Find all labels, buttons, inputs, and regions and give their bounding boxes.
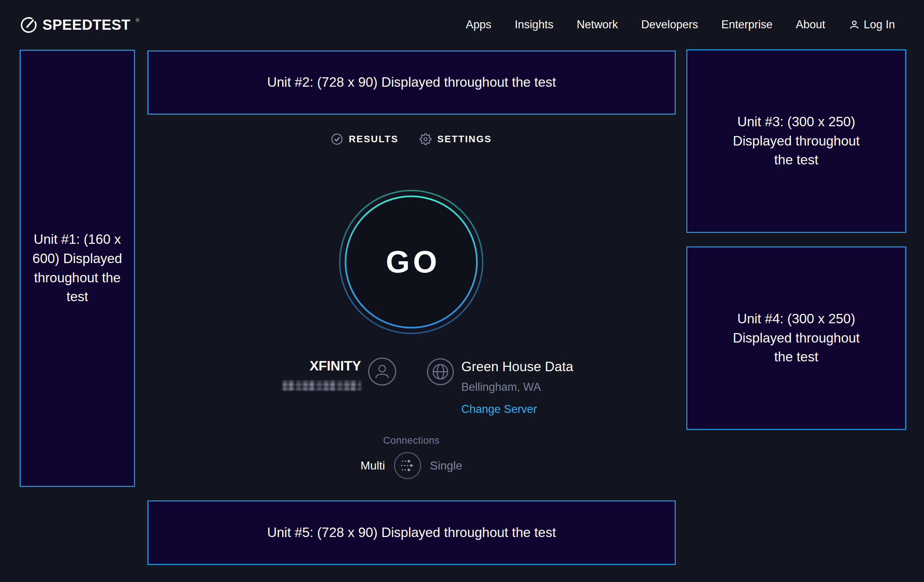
connections-single-option[interactable]: Single xyxy=(430,459,462,472)
connections-multi-option[interactable]: Multi xyxy=(360,459,385,472)
user-icon xyxy=(848,19,860,30)
gear-icon xyxy=(419,133,432,145)
provider-avatar-icon xyxy=(368,357,397,386)
nav-item-about[interactable]: About xyxy=(796,18,825,31)
change-server-link[interactable]: Change Server xyxy=(461,403,573,416)
brand-logo[interactable]: SPEEDTEST ® xyxy=(20,16,139,33)
connection-mode-toggle-icon[interactable] xyxy=(393,451,422,480)
go-label: GO xyxy=(335,186,487,338)
ad-unit-4-label: Unit #4: (300 x 250) Displayed throughou… xyxy=(724,310,869,367)
go-button[interactable]: GO xyxy=(335,186,487,338)
ad-unit-2[interactable]: Unit #2: (728 x 90) Displayed throughout… xyxy=(147,50,676,115)
server-globe-icon xyxy=(426,358,454,386)
blurred-ip-address xyxy=(283,381,361,391)
ad-unit-1[interactable]: Unit #1: (160 x 600) Displayed throughou… xyxy=(20,50,135,487)
server-location: Bellingham, WA xyxy=(461,381,573,394)
ad-unit-3-label: Unit #3: (300 x 250) Displayed throughou… xyxy=(724,112,869,170)
ad-unit-5[interactable]: Unit #5: (728 x 90) Displayed throughout… xyxy=(147,500,676,565)
nav-item-network[interactable]: Network xyxy=(577,18,618,31)
top-nav: SPEEDTEST ® Apps Insights Network Develo… xyxy=(0,0,924,49)
check-circle-icon xyxy=(331,133,343,145)
server-info: Green House Data Bellingham, WA Change S… xyxy=(461,359,573,416)
server-name: Green House Data xyxy=(461,359,573,374)
nav-item-insights[interactable]: Insights xyxy=(515,18,553,31)
ad-unit-4[interactable]: Unit #4: (300 x 250) Displayed throughou… xyxy=(686,246,906,430)
connections-row: Multi Single xyxy=(147,449,675,482)
tab-settings-label: SETTINGS xyxy=(437,134,492,145)
tabs-row: RESULTS SETTINGS xyxy=(147,127,675,150)
nav-item-enterprise[interactable]: Enterprise xyxy=(721,18,772,31)
brand-trademark: ® xyxy=(136,18,139,23)
brand-name: SPEEDTEST xyxy=(43,16,130,33)
login-label: Log In xyxy=(864,18,895,31)
nav-item-apps[interactable]: Apps xyxy=(465,18,492,31)
ad-unit-3[interactable]: Unit #3: (300 x 250) Displayed throughou… xyxy=(686,49,906,233)
ad-unit-5-label: Unit #5: (728 x 90) Displayed throughout… xyxy=(267,523,556,542)
tab-settings[interactable]: SETTINGS xyxy=(419,133,492,145)
nav-item-developers[interactable]: Developers xyxy=(641,18,698,31)
speedometer-icon xyxy=(20,16,37,33)
ad-unit-2-label: Unit #2: (728 x 90) Displayed throughout… xyxy=(267,73,556,92)
tab-results-label: RESULTS xyxy=(349,134,398,145)
ad-unit-1-label: Unit #1: (160 x 600) Displayed throughou… xyxy=(30,230,124,306)
nav-links: Apps Insights Network Developers Enterpr… xyxy=(465,18,895,31)
provider-name[interactable]: XFINITY xyxy=(232,358,361,374)
tab-results[interactable]: RESULTS xyxy=(331,133,398,145)
connections-label: Connections xyxy=(147,435,675,446)
login-button[interactable]: Log In xyxy=(848,18,895,31)
